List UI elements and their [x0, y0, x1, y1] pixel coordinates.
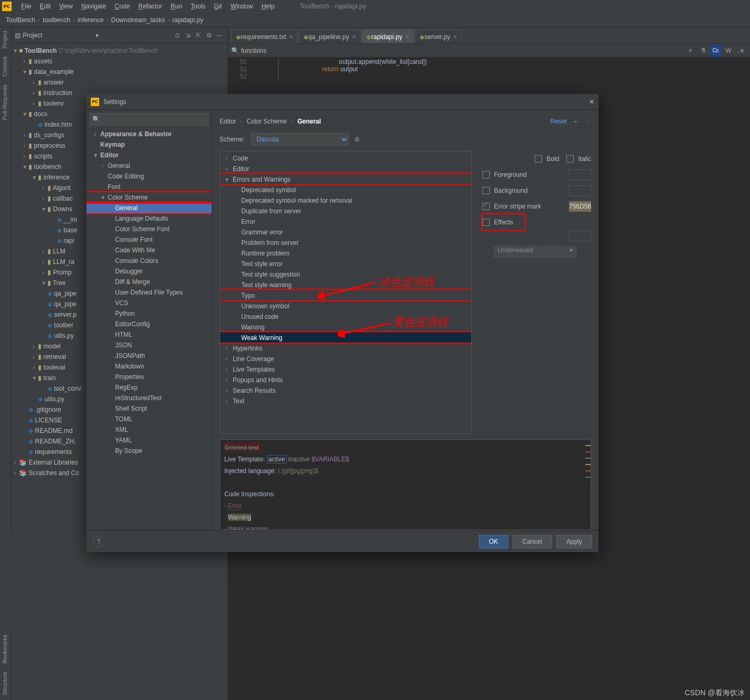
settings-nav-item[interactable]: YAML: [87, 435, 212, 446]
settings-nav-item[interactable]: JSONPath: [87, 351, 212, 361]
crumb-color-scheme[interactable]: Color Scheme: [246, 118, 287, 125]
editor-tab[interactable]: ◆ rapidapi.py ×: [362, 30, 414, 43]
locate-icon[interactable]: ⊙: [173, 31, 182, 40]
tool-tab-project[interactable]: Project: [0, 27, 10, 52]
cs-tree-item[interactable]: ›Hyperlinks: [220, 343, 471, 353]
settings-search[interactable]: 🔍: [90, 113, 208, 126]
cs-tree-item[interactable]: Text style suggestion: [220, 269, 471, 279]
cs-tree-item[interactable]: ›Popups and Hints: [220, 374, 471, 385]
code-editor[interactable]: 50output.append(white_list[cand])51retur…: [228, 57, 750, 81]
menu-help[interactable]: Help: [257, 2, 279, 11]
italic-checkbox[interactable]: [566, 155, 574, 163]
menu-navigate[interactable]: Navigate: [77, 2, 110, 11]
foreground-checkbox[interactable]: [482, 171, 490, 178]
help-icon[interactable]: ?: [93, 536, 105, 547]
cs-tree-item[interactable]: ›Editor: [220, 163, 471, 174]
close-find-icon[interactable]: ×: [685, 45, 696, 56]
apply-button[interactable]: Apply: [556, 535, 592, 548]
cs-tree-item[interactable]: Deprecated symbol: [220, 184, 471, 195]
filter-icon[interactable]: ⚗: [697, 45, 709, 56]
settings-nav-item[interactable]: JSON: [87, 340, 212, 351]
background-checkbox[interactable]: [482, 187, 490, 194]
menu-refactor[interactable]: Refactor: [134, 2, 166, 11]
stripe-color[interactable]: 756D56: [569, 201, 591, 212]
settings-nav-item[interactable]: Console Colors: [87, 256, 212, 266]
chevron-down-icon[interactable]: ▾: [96, 32, 99, 39]
close-tab-icon[interactable]: ×: [352, 33, 356, 41]
expand-icon[interactable]: ⇲: [183, 31, 193, 40]
stripe-checkbox[interactable]: [482, 203, 490, 210]
settings-nav-item[interactable]: Code With Me: [87, 245, 212, 256]
effects-color[interactable]: [569, 231, 591, 241]
menu-run[interactable]: Run: [166, 2, 186, 11]
hide-icon[interactable]: —: [215, 31, 224, 40]
effects-type-select[interactable]: Underwaved▾: [494, 246, 576, 258]
cs-tree-item[interactable]: Unused code: [220, 311, 471, 321]
cs-tree-item[interactable]: ›Code: [220, 153, 471, 163]
breadcrumb[interactable]: Downstream_tasks: [109, 16, 166, 24]
settings-nav-item[interactable]: Debugger: [87, 266, 212, 277]
ok-button[interactable]: OK: [479, 535, 508, 548]
settings-nav-item[interactable]: reStructuredText: [87, 393, 212, 403]
crumb-editor[interactable]: Editor: [220, 118, 236, 125]
menu-window[interactable]: Window: [226, 2, 258, 11]
breadcrumb[interactable]: inference: [76, 16, 105, 24]
close-tab-icon[interactable]: ×: [405, 33, 409, 41]
background-color[interactable]: [569, 185, 591, 196]
cs-tree-item[interactable]: Deprecated symbol marked for removal: [220, 195, 471, 205]
cs-tree-item[interactable]: Duplicate from server: [220, 205, 471, 216]
settings-nav-item[interactable]: Code Editing: [87, 171, 212, 182]
find-input[interactable]: [241, 47, 462, 54]
breadcrumb[interactable]: ToolBench: [4, 16, 37, 24]
settings-nav-item[interactable]: Font: [87, 182, 212, 192]
foreground-color[interactable]: [569, 169, 591, 180]
settings-nav-item[interactable]: Python: [87, 308, 212, 319]
cs-tree-item[interactable]: Weak Warning: [220, 332, 471, 343]
settings-close-icon[interactable]: ✕: [589, 98, 594, 106]
menu-edit[interactable]: Edit: [35, 2, 55, 11]
breadcrumb[interactable]: toolbench: [41, 16, 72, 24]
tree-root[interactable]: ▾■ ToolBench C:\royli\dev-env\practice\T…: [14, 45, 227, 56]
regex-icon[interactable]: .∗: [735, 45, 747, 56]
settings-nav-item[interactable]: Console Font: [87, 234, 212, 245]
tool-tab-bookmarks[interactable]: Bookmarks: [0, 631, 10, 667]
settings-nav-item[interactable]: General: [87, 203, 212, 213]
project-dropdown-icon[interactable]: ▤: [15, 32, 21, 39]
settings-nav-item[interactable]: By Scope: [87, 446, 212, 456]
settings-nav-item[interactable]: ▾Color Scheme: [87, 192, 212, 203]
gear-icon[interactable]: ⚙: [204, 31, 214, 40]
editor-tab[interactable]: ◆ qa_pipeline.py ×: [299, 30, 360, 43]
settings-nav-item[interactable]: ▾Editor: [87, 150, 212, 160]
cs-tree-item[interactable]: Unknown symbol: [220, 300, 471, 311]
settings-nav-item[interactable]: Diff & Merge: [87, 277, 212, 287]
menu-code[interactable]: Code: [110, 2, 134, 11]
cancel-button[interactable]: Cancel: [512, 535, 552, 548]
cs-tree-item[interactable]: ›Live Templates: [220, 364, 471, 374]
collapse-icon[interactable]: ⇱: [194, 31, 203, 40]
cs-tree-item[interactable]: Warning: [220, 321, 471, 332]
match-case-icon[interactable]: Cc: [710, 45, 721, 56]
bold-checkbox[interactable]: [535, 155, 542, 163]
settings-nav-item[interactable]: ›General: [87, 160, 212, 171]
back-icon[interactable]: ←: [573, 118, 580, 125]
tree-node[interactable]: ›▮ answer: [14, 77, 227, 88]
cs-tree-item[interactable]: Grammar error: [220, 226, 471, 237]
tool-tab-commit[interactable]: Commit: [0, 53, 10, 80]
settings-nav-item[interactable]: HTML: [87, 329, 212, 340]
settings-nav-item[interactable]: EditorConfig: [87, 319, 212, 329]
settings-nav-item[interactable]: Shell Script: [87, 403, 212, 414]
settings-nav-item[interactable]: User-Defined File Types: [87, 287, 212, 298]
cs-tree-item[interactable]: ›Search Results: [220, 385, 471, 395]
cs-tree-item[interactable]: Text style error: [220, 258, 471, 269]
editor-tab[interactable]: ◆ server.py ×: [415, 30, 462, 43]
cs-tree-item[interactable]: Typo: [220, 290, 471, 300]
menu-git[interactable]: Git: [210, 2, 226, 11]
cs-tree-item[interactable]: Runtime problem: [220, 248, 471, 258]
close-tab-icon[interactable]: ×: [453, 33, 457, 41]
tool-tab-structure[interactable]: Structure: [0, 668, 10, 698]
settings-nav-item[interactable]: VCS: [87, 298, 212, 308]
color-scheme-tree[interactable]: ›Code›Editor▾Errors and WarningsDeprecat…: [220, 151, 472, 434]
cs-tree-item[interactable]: ▾Errors and Warnings: [220, 174, 471, 184]
cs-tree-item[interactable]: Text style warning: [220, 279, 471, 290]
tool-tab-pullrequests[interactable]: Pull Requests: [0, 81, 10, 124]
